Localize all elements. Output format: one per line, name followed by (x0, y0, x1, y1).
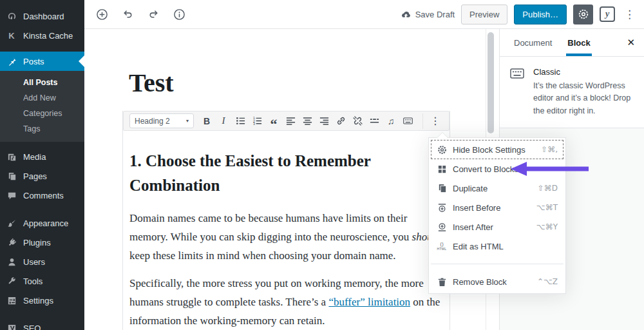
read-more-button[interactable] (366, 113, 383, 129)
post-title-input[interactable]: Test (129, 68, 174, 98)
menu-item-label: Edit as HTML (453, 242, 504, 251)
insert-link-button[interactable] (332, 113, 349, 129)
settings-tabs: Document Block ✕ (500, 29, 644, 57)
menu-shortcut: ⌥⌘Y (536, 222, 558, 231)
menu-item-duplicate[interactable]: Duplicate ⇧⌘D (431, 179, 564, 198)
sidebar-item-appearance[interactable]: Appearance (0, 213, 84, 233)
settings-gear-button[interactable] (573, 5, 593, 24)
style-select-value: Heading 2 (135, 117, 170, 126)
bullet-list-button[interactable] (232, 113, 249, 129)
close-settings-button[interactable]: ✕ (618, 29, 644, 56)
tab-block[interactable]: Block (560, 29, 598, 56)
undo-button[interactable] (118, 5, 137, 24)
unlink-icon (353, 116, 363, 126)
sidebar-item-settings[interactable]: Settings (0, 291, 84, 310)
content-heading[interactable]: 1. Choose the Easiest to Remember Combin… (129, 149, 442, 197)
admin-sidebar: Dashboard K Kinsta Cache Posts All Posts… (0, 0, 84, 330)
tab-document[interactable]: Document (506, 29, 560, 56)
more-tools-button[interactable]: ⋮ (621, 9, 638, 20)
menu-item-insert-after[interactable]: Insert After ⌥⌘Y (431, 217, 564, 237)
sidebar-item-plugins[interactable]: Plugins (0, 233, 84, 252)
italic-button[interactable]: I (215, 113, 232, 129)
sidebar-item-label: Appearance (23, 218, 68, 228)
keyboard-icon (510, 67, 526, 117)
plug-icon (6, 237, 17, 248)
classic-block-content[interactable]: 1. Choose the Easiest to Remember Combin… (123, 149, 450, 330)
user-icon (6, 257, 17, 267)
menu-item-label: Convert to Blocks (453, 164, 518, 174)
remove-link-button[interactable] (349, 113, 366, 129)
active-item-pointer (79, 55, 84, 67)
submenu-item-tags[interactable]: Tags (0, 121, 84, 137)
sidebar-item-pages[interactable]: Pages (0, 166, 84, 186)
wordpress-gutenberg-editor: Dashboard K Kinsta Cache Posts All Posts… (0, 0, 644, 330)
publish-button[interactable]: Publish… (514, 5, 567, 24)
sidebar-item-label: Users (23, 257, 45, 267)
save-draft-button[interactable]: Save Draft (401, 10, 455, 19)
sidebar-item-label: Plugins (23, 238, 51, 248)
numbered-list-icon: 123 (252, 116, 262, 126)
sidebar-item-label: Kinsta Cache (23, 31, 73, 41)
sliders-icon (6, 295, 17, 306)
blockquote-button[interactable]: “ (265, 113, 282, 129)
preview-button[interactable]: Preview (461, 5, 507, 24)
pushpin-icon (6, 56, 17, 66)
menu-item-label: Insert Before (453, 203, 500, 213)
add-media-button[interactable]: ♫ (383, 113, 399, 129)
sidebar-item-posts[interactable]: Posts (0, 52, 84, 71)
sidebar-item-kinsta-cache[interactable]: K Kinsta Cache (0, 26, 84, 45)
sidebar-item-seo[interactable]: SEO (0, 318, 84, 330)
sidebar-item-comments[interactable]: Comments (0, 186, 84, 205)
save-draft-label: Save Draft (415, 10, 455, 19)
menu-item-remove-block[interactable]: Remove Block ⌃⌥Z (431, 272, 564, 291)
undo-icon (122, 8, 134, 21)
insert-after-icon (437, 222, 447, 232)
sidebar-item-users[interactable]: Users (0, 252, 84, 271)
sidebar-item-label: Posts (23, 57, 44, 66)
buffer-limitation-link[interactable]: “buffer” limitation (328, 296, 410, 308)
redo-button[interactable] (144, 5, 163, 24)
read-more-icon (370, 116, 379, 126)
link-icon (336, 116, 346, 126)
bold-button[interactable]: B (198, 113, 215, 129)
block-type-description: It’s the classic WordPress editor and it… (533, 80, 641, 117)
sidebar-item-label: Dashboard (23, 12, 64, 21)
paragraph-style-select[interactable]: Heading 2 ▾ (129, 113, 194, 128)
content-paragraph-1[interactable]: Domain names came to be because humans h… (129, 209, 442, 265)
content-structure-button[interactable] (169, 5, 189, 24)
align-left-button[interactable] (282, 113, 299, 129)
block-options-menu: Hide Block Settings ⇧⌘, Convert to Block… (428, 137, 566, 294)
sidebar-item-dashboard[interactable]: Dashboard (0, 6, 84, 26)
submenu-item-categories[interactable]: Categories (0, 106, 84, 121)
block-options-button[interactable]: ⋮ (427, 113, 444, 129)
yoast-seo-button[interactable]: y (600, 6, 615, 22)
align-right-button[interactable] (316, 113, 332, 129)
menu-item-insert-before[interactable]: Insert Before ⌥⌘T (431, 198, 564, 217)
submenu-item-all-posts[interactable]: All Posts (0, 75, 84, 90)
sidebar-item-label: Tools (23, 277, 43, 286)
classic-block[interactable]: Heading 2 ▾ B I 123 “ (122, 111, 450, 330)
content-paragraph-2[interactable]: Specifically, the more stress you put on… (129, 274, 442, 330)
menu-item-edit-as-html[interactable]: ⟨⟩ HTML Edit as HTML (431, 237, 564, 256)
editor-canvas[interactable]: Test Heading 2 ▾ B I 123 “ (84, 29, 486, 330)
menu-item-convert-to-blocks[interactable]: Convert to Blocks (431, 159, 564, 179)
menu-shortcut: ⇧⌘D (538, 184, 558, 193)
menu-separator (431, 264, 564, 264)
sidebar-item-label: Media (23, 152, 46, 162)
sidebar-item-label: Settings (23, 296, 53, 306)
align-center-button[interactable] (299, 113, 316, 129)
circle-plus-icon (96, 8, 108, 21)
block-inserter-button[interactable] (92, 5, 111, 24)
keyboard-icon (403, 116, 413, 126)
menu-item-hide-block-settings[interactable]: Hide Block Settings ⇧⌘, (431, 140, 564, 159)
sidebar-item-media[interactable]: Media (0, 147, 84, 166)
align-right-icon (319, 116, 329, 126)
menu-item-label: Hide Block Settings (453, 145, 526, 155)
comment-icon (6, 190, 17, 200)
keyboard-shortcuts-button[interactable] (399, 113, 416, 129)
svg-text:3: 3 (252, 122, 254, 126)
sidebar-item-tools[interactable]: Tools (0, 271, 84, 291)
submenu-item-add-new[interactable]: Add New (0, 90, 84, 106)
scrollbar-thumb[interactable] (488, 32, 494, 133)
numbered-list-button[interactable]: 123 (249, 113, 265, 129)
